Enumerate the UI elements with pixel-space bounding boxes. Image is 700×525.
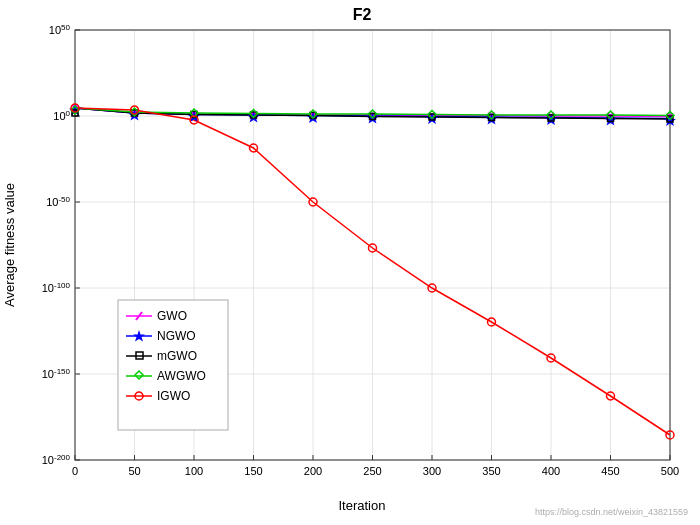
legend-igwo-label: IGWO <box>157 389 190 403</box>
x-tick-200: 200 <box>304 465 322 477</box>
legend-mgwo-label: mGWO <box>157 349 197 363</box>
x-tick-150: 150 <box>244 465 262 477</box>
x-tick-450: 450 <box>601 465 619 477</box>
watermark-text: https://blog.csdn.net/weixin_43821559 <box>535 507 688 517</box>
chart-title: F2 <box>353 6 372 23</box>
legend-gwo-label: GWO <box>157 309 187 323</box>
x-tick-100: 100 <box>185 465 203 477</box>
chart-container: F2 Average fitness value Iteration 1050 <box>0 0 700 525</box>
x-tick-50: 50 <box>128 465 140 477</box>
x-tick-400: 400 <box>542 465 560 477</box>
x-tick-0: 0 <box>72 465 78 477</box>
y-axis-label: Average fitness value <box>2 183 17 307</box>
x-tick-250: 250 <box>363 465 381 477</box>
legend-awgwo-label: AWGWO <box>157 369 206 383</box>
x-tick-300: 300 <box>423 465 441 477</box>
x-tick-350: 350 <box>482 465 500 477</box>
legend-ngwo-label: NGWO <box>157 329 196 343</box>
x-axis-label: Iteration <box>339 498 386 513</box>
x-tick-500: 500 <box>661 465 679 477</box>
